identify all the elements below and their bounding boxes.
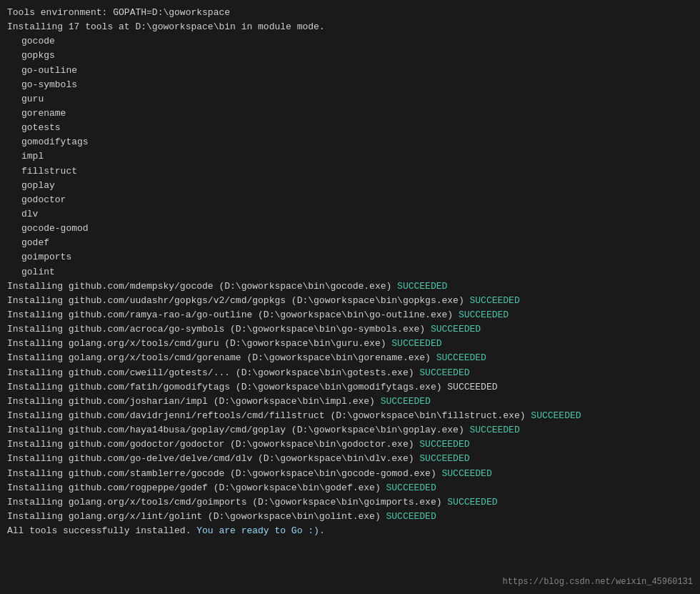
tool-item: golint <box>7 265 693 279</box>
install-result: Installing github.com/go-delve/delve/cmd… <box>7 452 693 466</box>
install-result: Installing github.com/haya14busa/goplay/… <box>7 423 693 437</box>
tool-item: goplay <box>7 179 693 193</box>
install-result: Installing golang.org/x/tools/cmd/guru (… <box>7 337 693 351</box>
tool-item: fillstruct <box>7 164 693 179</box>
install-result: Installing golang.org/x/tools/cmd/goimpo… <box>7 495 693 510</box>
tool-item: guru <box>7 92 693 107</box>
install-result: Installing github.com/rogpeppe/godef (D:… <box>7 481 693 495</box>
tool-item: godoctor <box>7 193 693 207</box>
tool-item: impl <box>7 149 693 164</box>
tool-item: gocode <box>7 34 693 49</box>
terminal-content: Tools environment: GOPATH=D:\goworkspace… <box>7 6 693 538</box>
watermark: https://blog.csdn.net/weixin_45960131 <box>503 577 693 587</box>
install-result: Installing golang.org/x/lint/golint (D:\… <box>7 510 693 524</box>
tool-item: gopkgs <box>7 49 693 63</box>
footer-line: All tools successfully installed. You ar… <box>7 524 693 538</box>
tool-item: dlv <box>7 207 693 222</box>
tool-item: gocode-gomod <box>7 222 693 236</box>
install-result: Installing github.com/uudashr/gopkgs/v2/… <box>7 294 693 308</box>
install-result: Installing github.com/ramya-rao-a/go-out… <box>7 308 693 322</box>
install-result: Installing github.com/acroca/go-symbols … <box>7 322 693 337</box>
header-line: Tools environment: GOPATH=D:\goworkspace <box>7 6 693 20</box>
tool-item: go-outline <box>7 64 693 78</box>
install-result: Installing github.com/josharian/impl (D:… <box>7 395 693 409</box>
install-result: Installing github.com/davidrjenni/reftoo… <box>7 409 693 423</box>
install-result: Installing github.com/fatih/gomodifytags… <box>7 380 693 395</box>
terminal: Tools environment: GOPATH=D:\goworkspace… <box>0 0 700 594</box>
install-result: Installing github.com/cweill/gotests/...… <box>7 366 693 380</box>
install-result: Installing github.com/godoctor/godoctor … <box>7 437 693 452</box>
tool-item: godef <box>7 236 693 250</box>
tool-item: gorename <box>7 107 693 121</box>
tool-item: gomodifytags <box>7 135 693 149</box>
install-result: Installing github.com/stamblerre/gocode … <box>7 467 693 481</box>
tool-item: gotests <box>7 121 693 135</box>
header-line: Installing 17 tools at D:\goworkspace\bi… <box>7 20 693 34</box>
tool-item: goimports <box>7 250 693 264</box>
install-result: Installing golang.org/x/tools/cmd/gorena… <box>7 351 693 365</box>
tool-item: go-symbols <box>7 78 693 92</box>
install-result: Installing github.com/mdempsky/gocode (D… <box>7 279 693 294</box>
